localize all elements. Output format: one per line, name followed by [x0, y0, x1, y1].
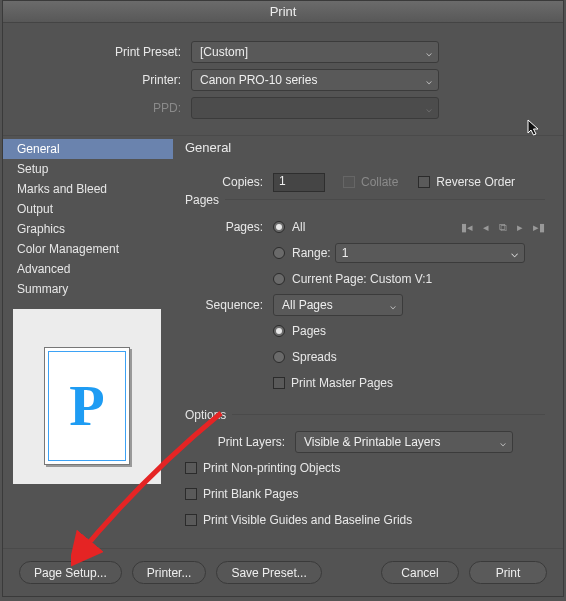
first-page-icon[interactable]: ▮◂	[461, 221, 473, 234]
print-preset-value: [Custom]	[200, 45, 248, 59]
pages-all-radio[interactable]	[273, 221, 285, 233]
sidebar-item-marks-bleed[interactable]: Marks and Bleed	[3, 179, 173, 199]
sidebar-item-color-management[interactable]: Color Management	[3, 239, 173, 259]
sidebar: General Setup Marks and Bleed Output Gra…	[3, 136, 173, 574]
footer: Page Setup... Printer... Save Preset... …	[3, 548, 563, 596]
title-bar: Print	[3, 1, 563, 23]
collate-label: Collate	[361, 175, 398, 189]
pages-radio-label: Pages	[292, 324, 326, 338]
guides-label: Print Visible Guides and Baseline Grids	[203, 513, 412, 527]
pages-current-radio[interactable]	[273, 273, 285, 285]
last-page-icon[interactable]: ▸▮	[533, 221, 545, 234]
sequence-label: Sequence:	[185, 298, 273, 312]
sidebar-item-setup[interactable]: Setup	[3, 159, 173, 179]
printer-button[interactable]: Printer...	[132, 561, 207, 584]
top-controls: Print Preset: [Custom] ⌵ Printer: Canon …	[3, 23, 563, 136]
pages-all-label: All	[292, 220, 305, 234]
main-panel: General Copies: 1 Collate Reverse Order …	[173, 136, 563, 574]
spreads-radio-label: Spreads	[292, 350, 337, 364]
collate-checkbox	[343, 176, 355, 188]
sidebar-item-output[interactable]: Output	[3, 199, 173, 219]
next-page-icon[interactable]: ▸	[517, 221, 523, 234]
copies-input[interactable]: 1	[273, 173, 325, 192]
cancel-button[interactable]: Cancel	[381, 561, 459, 584]
preview-glyph: P	[69, 377, 104, 435]
sidebar-item-advanced[interactable]: Advanced	[3, 259, 173, 279]
sequence-dropdown[interactable]: All Pages ⌵	[273, 294, 403, 316]
printer-dropdown[interactable]: Canon PRO-10 series ⌵	[191, 69, 439, 91]
prev-page-icon[interactable]: ◂	[483, 221, 489, 234]
spread-icon[interactable]: ⧉	[499, 221, 507, 234]
chevron-down-icon: ⌵	[390, 300, 396, 311]
save-preset-button[interactable]: Save Preset...	[216, 561, 321, 584]
copies-label: Copies:	[185, 175, 273, 189]
nonprinting-label: Print Non-printing Objects	[203, 461, 340, 475]
body: General Setup Marks and Bleed Output Gra…	[3, 136, 563, 574]
page-preview: P	[13, 309, 161, 484]
pages-group: Pages Pages: All ▮◂ ◂ ⧉ ▸ ▸▮	[185, 199, 545, 394]
options-group-title: Options	[185, 408, 232, 422]
current-page-label: Current Page: Custom V:1	[292, 272, 432, 286]
print-dialog: Print Print Preset: [Custom] ⌵ Printer: …	[2, 0, 564, 597]
pages-group-title: Pages	[185, 193, 225, 207]
preview-page: P	[44, 347, 130, 465]
pages-range-radio[interactable]	[273, 247, 285, 259]
chevron-down-icon: ⌵	[426, 103, 432, 114]
reverse-order-checkbox[interactable]	[418, 176, 430, 188]
range-label: Range:	[292, 246, 331, 260]
printer-value: Canon PRO-10 series	[200, 73, 317, 87]
pages-radio[interactable]	[273, 325, 285, 337]
print-preset-dropdown[interactable]: [Custom] ⌵	[191, 41, 439, 63]
print-layers-value: Visible & Printable Layers	[304, 435, 441, 449]
ppd-label: PPD:	[3, 101, 191, 115]
guides-checkbox[interactable]	[185, 514, 197, 526]
sidebar-item-graphics[interactable]: Graphics	[3, 219, 173, 239]
chevron-down-icon: ⌵	[511, 246, 518, 260]
print-layers-dropdown[interactable]: Visible & Printable Layers ⌵	[295, 431, 513, 453]
chevron-down-icon: ⌵	[426, 47, 432, 58]
range-value: 1	[342, 246, 349, 260]
sidebar-item-summary[interactable]: Summary	[3, 279, 173, 299]
blank-pages-label: Print Blank Pages	[203, 487, 298, 501]
print-preset-label: Print Preset:	[3, 45, 191, 59]
printer-label: Printer:	[3, 73, 191, 87]
sequence-value: All Pages	[282, 298, 333, 312]
sidebar-list: General Setup Marks and Bleed Output Gra…	[3, 139, 173, 299]
chevron-down-icon: ⌵	[426, 75, 432, 86]
sidebar-item-general[interactable]: General	[3, 139, 173, 159]
dialog-title: Print	[270, 4, 297, 19]
reverse-order-label: Reverse Order	[436, 175, 515, 189]
page-nav-icons: ▮◂ ◂ ⧉ ▸ ▸▮	[461, 221, 545, 234]
pages-label: Pages:	[185, 220, 273, 234]
print-layers-label: Print Layers:	[185, 435, 295, 449]
print-master-checkbox[interactable]	[273, 377, 285, 389]
blank-pages-checkbox[interactable]	[185, 488, 197, 500]
print-button[interactable]: Print	[469, 561, 547, 584]
ppd-dropdown: ⌵	[191, 97, 439, 119]
options-group: Options Print Layers: Visible & Printabl…	[185, 414, 545, 531]
range-input[interactable]: 1 ⌵	[335, 243, 525, 263]
page-setup-button[interactable]: Page Setup...	[19, 561, 122, 584]
chevron-down-icon: ⌵	[500, 437, 506, 448]
print-master-label: Print Master Pages	[291, 376, 393, 390]
spreads-radio[interactable]	[273, 351, 285, 363]
panel-heading: General	[185, 140, 545, 155]
nonprinting-checkbox[interactable]	[185, 462, 197, 474]
